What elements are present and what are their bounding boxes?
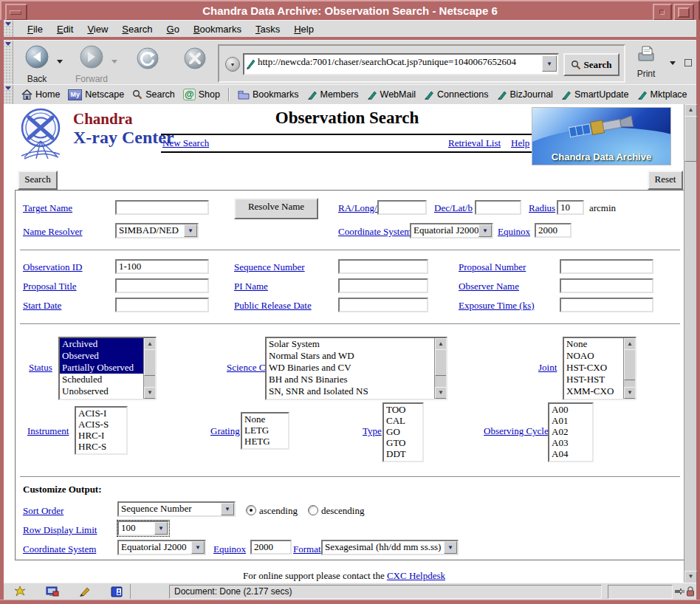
target-name-link[interactable]: Target Name — [23, 202, 72, 214]
output-equinox-link[interactable]: Equinox — [213, 543, 246, 555]
exposure-time-input[interactable] — [560, 298, 653, 312]
bookmark-shop[interactable]: @ Shop — [183, 89, 220, 100]
list-option[interactable]: HETG — [242, 436, 288, 447]
back-button[interactable]: Back — [20, 44, 54, 84]
security-lock-icon[interactable] — [686, 586, 695, 597]
name-resolver-link[interactable]: Name Resolver — [23, 226, 83, 238]
list-option[interactable]: WD Binaries and CV — [267, 362, 435, 374]
scrollbar-thumb[interactable] — [624, 349, 636, 380]
instrument-link[interactable]: Instrument — [27, 425, 69, 437]
resolve-name-button[interactable]: Resolve Name — [234, 198, 318, 219]
scroll-down-icon[interactable]: ▼ — [684, 571, 697, 583]
observer-name-input[interactable] — [560, 278, 653, 293]
equinox-link[interactable]: Equinox — [498, 226, 530, 238]
name-resolver-select[interactable]: SIMBAD/NED ▼ — [115, 223, 199, 238]
sort-order-select[interactable]: Sequence Number ▼ — [117, 501, 236, 517]
navbar-grippy[interactable] — [4, 41, 13, 85]
start-date-input[interactable] — [115, 298, 209, 312]
descending-radio[interactable] — [308, 505, 318, 515]
bookmark-home[interactable]: Home — [21, 89, 60, 100]
observation-id-input[interactable] — [115, 259, 209, 274]
menubar-grippy[interactable] — [4, 21, 13, 38]
exposure-time-link[interactable]: Exposure Time (ks) — [459, 300, 535, 312]
maximize-button[interactable] — [673, 4, 694, 21]
minimize-button[interactable] — [653, 4, 672, 21]
bookmark-smartupdate[interactable]: SmartUpdate — [561, 89, 629, 100]
url-search-button[interactable]: Search — [563, 53, 620, 76]
list-option[interactable]: XMM-CXO — [564, 385, 624, 397]
scroll-up-icon[interactable]: ▲ — [144, 338, 156, 350]
observation-id-link[interactable]: Observation ID — [23, 261, 83, 273]
bookmark-connections[interactable]: Connections — [424, 89, 489, 100]
list-option[interactable]: BH and NS Binaries — [267, 374, 435, 385]
list-option[interactable]: DDT — [384, 448, 422, 459]
format-select[interactable]: Sexagesimal (hh/dd mm ss.ss) ▼ — [321, 540, 459, 555]
radius-input[interactable] — [557, 200, 584, 215]
row-display-limit-select[interactable]: 100 ▼ — [117, 521, 169, 536]
output-coordinate-system-link[interactable]: Coordinate System — [23, 543, 96, 555]
list-option[interactable]: Observed — [60, 350, 144, 362]
bookmark-bookmarks[interactable]: Bookmarks — [238, 89, 299, 100]
sequence-number-input[interactable] — [338, 259, 428, 274]
menu-edit[interactable]: Edit — [57, 24, 73, 35]
list-option[interactable]: HRC-S — [76, 441, 126, 452]
scroll-down-icon[interactable]: ▼ — [144, 387, 156, 399]
sort-order-link[interactable]: Sort Order — [23, 505, 64, 517]
bookmark-webmail[interactable]: WebMail — [367, 89, 416, 100]
output-equinox-input[interactable] — [250, 540, 292, 555]
menu-help[interactable]: Help — [294, 24, 314, 35]
mail-icon[interactable] — [46, 586, 59, 597]
addressbook-icon[interactable] — [111, 586, 123, 597]
retrieval-list-link[interactable]: Retrieval List — [448, 137, 501, 149]
list-option[interactable]: Solar System — [267, 338, 435, 350]
list-option[interactable]: Partially Observed — [60, 362, 144, 374]
list-option[interactable]: SN, SNR and Isolated NS — [267, 385, 435, 397]
pi-name-input[interactable] — [338, 278, 428, 293]
navigator-icon[interactable] — [14, 586, 26, 597]
toolbar-collapse-box[interactable] — [684, 59, 692, 66]
list-option[interactable]: HRC-I — [76, 430, 126, 441]
dec-link[interactable]: Dec/Lat/b — [434, 202, 473, 214]
search-submit-button[interactable]: Search — [18, 171, 58, 190]
grating-link[interactable]: Grating — [210, 425, 240, 437]
scroll-up-icon[interactable]: ▲ — [435, 338, 447, 350]
ra-input[interactable] — [377, 200, 427, 215]
reload-button[interactable] — [134, 46, 162, 74]
window-menu-button[interactable] — [5, 4, 27, 21]
back-dropdown-icon[interactable] — [57, 60, 63, 64]
list-option[interactable]: ACIS-I — [76, 408, 126, 419]
reset-button[interactable]: Reset — [648, 171, 683, 190]
list-option[interactable]: Scheduled — [60, 374, 144, 385]
proposal-title-link[interactable]: Proposal Title — [23, 281, 77, 292]
scroll-down-icon[interactable]: ▼ — [435, 387, 447, 399]
proposal-number-input[interactable] — [560, 259, 653, 274]
new-search-link[interactable]: New Search — [162, 137, 209, 149]
list-option[interactable]: TOO — [384, 404, 422, 415]
composer-icon[interactable] — [79, 586, 91, 597]
scrollbar-thumb[interactable] — [684, 116, 697, 162]
list-option[interactable]: GTO — [384, 437, 422, 448]
cxc-helpdesk-link[interactable]: CXC Helpdesk — [387, 570, 445, 581]
help-link[interactable]: Help — [511, 137, 529, 149]
list-option[interactable]: None — [564, 338, 624, 350]
observing-cycle-link[interactable]: Observing Cycle — [484, 425, 549, 437]
bookmark-bizjournal[interactable]: BizJournal — [497, 89, 553, 100]
menu-go[interactable]: Go — [167, 24, 179, 35]
coordinate-system-select[interactable]: Equatorial J2000 ▼ — [410, 223, 493, 238]
scroll-up-icon[interactable]: ▲ — [624, 338, 636, 350]
menu-file[interactable]: File — [27, 24, 43, 35]
bookmark-my-netscape[interactable]: My Netscape — [68, 89, 124, 100]
public-release-date-link[interactable]: Public Release Date — [234, 300, 312, 312]
scrollbar-thumb[interactable] — [435, 349, 447, 376]
list-option[interactable]: ACIS-S — [76, 419, 126, 430]
list-option[interactable]: A00 — [549, 404, 592, 415]
menu-view[interactable]: View — [87, 24, 108, 35]
online-plug-icon[interactable] — [674, 586, 685, 597]
pi-name-link[interactable]: PI Name — [234, 281, 268, 292]
bookmark-search[interactable]: Search — [132, 89, 175, 100]
list-option[interactable]: Archived — [60, 338, 144, 350]
bookmark-members[interactable]: Members — [307, 89, 359, 100]
observer-name-link[interactable]: Observer Name — [459, 281, 519, 292]
proposal-number-link[interactable]: Proposal Number — [459, 261, 526, 273]
dec-input[interactable] — [475, 200, 521, 215]
